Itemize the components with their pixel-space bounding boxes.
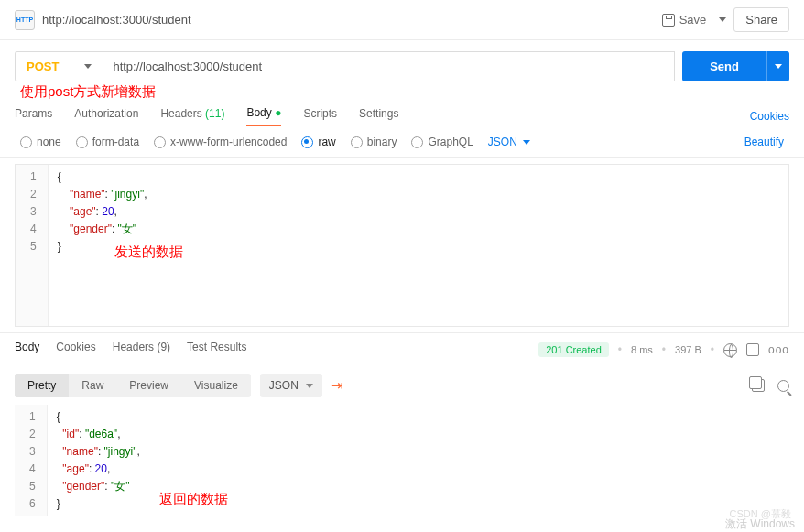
radio-formdata[interactable]: form-data <box>76 136 139 148</box>
response-body-editor[interactable]: 123456 { "id": "de6a", "name": "jingyi",… <box>15 405 789 516</box>
tab-authorization[interactable]: Authorization <box>74 107 138 125</box>
resp-tab-headers[interactable]: Headers (9) <box>113 341 170 359</box>
share-button[interactable]: Share <box>733 7 789 32</box>
view-pretty[interactable]: Pretty <box>15 374 69 397</box>
view-visualize[interactable]: Visualize <box>181 374 251 397</box>
tab-params[interactable]: Params <box>15 107 52 125</box>
radio-binary[interactable]: binary <box>351 136 397 148</box>
globe-icon[interactable] <box>723 343 737 357</box>
resp-tab-cookies[interactable]: Cookies <box>56 341 95 359</box>
time-meta: 8 ms <box>631 344 653 355</box>
search-icon[interactable] <box>777 380 789 392</box>
response-format-selector[interactable]: JSON <box>260 374 322 397</box>
save-button[interactable]: Save <box>657 9 712 30</box>
view-raw[interactable]: Raw <box>69 374 116 397</box>
body-options: none form-data x-www-form-urlencoded raw… <box>0 126 804 158</box>
annotation-request: 发送的数据 <box>114 244 183 261</box>
radio-xwww[interactable]: x-www-form-urlencoded <box>154 136 287 148</box>
size-meta: 397 B <box>675 344 701 355</box>
save-response-icon[interactable] <box>746 343 759 356</box>
top-bar: HTTP http://localhost:3000/student Save … <box>0 0 804 40</box>
response-tabs: Body Cookies Headers (9) Test Results 20… <box>0 332 804 366</box>
radio-raw[interactable]: raw <box>301 136 335 148</box>
url-input[interactable] <box>103 51 675 81</box>
floppy-icon <box>662 14 675 27</box>
request-row: POST Send <box>0 40 804 87</box>
method-selector[interactable]: POST <box>15 51 103 81</box>
chevron-down-icon <box>84 64 92 69</box>
body-format-selector[interactable]: JSON <box>488 136 530 148</box>
send-button[interactable]: Send <box>682 51 766 81</box>
wrap-icon[interactable]: ⇥ <box>331 377 343 394</box>
tab-scripts[interactable]: Scripts <box>303 107 337 125</box>
windows-watermark: 激活 Windows <box>725 517 795 530</box>
more-icon[interactable]: ooo <box>768 343 789 356</box>
http-icon: HTTP <box>15 10 35 30</box>
radio-none[interactable]: none <box>20 136 61 148</box>
send-dropdown[interactable] <box>766 51 789 81</box>
resp-tab-body[interactable]: Body <box>15 341 39 359</box>
tab-headers[interactable]: Headers (11) <box>160 107 224 125</box>
save-dropdown-chevron-icon[interactable] <box>719 17 726 22</box>
annotation-top: 使用post方式新增数据 <box>0 83 804 101</box>
annotation-response: 返回的数据 <box>159 491 228 508</box>
cookies-link[interactable]: Cookies <box>750 110 789 123</box>
status-badge: 201 Created <box>538 342 609 357</box>
radio-graphql[interactable]: GraphQL <box>411 136 473 148</box>
tab-settings[interactable]: Settings <box>359 107 398 125</box>
resp-tab-tests[interactable]: Test Results <box>187 341 246 359</box>
tab-body[interactable]: Body ● <box>246 106 281 126</box>
copy-icon[interactable] <box>752 379 765 392</box>
tab-url: http://localhost:3000/student <box>42 13 649 27</box>
view-preview[interactable]: Preview <box>116 374 181 397</box>
beautify-link[interactable]: Beautify <box>744 136 784 148</box>
line-gutter: 123456 <box>15 405 48 516</box>
response-toolbar: Pretty Raw Preview Visualize JSON ⇥ <box>0 366 804 405</box>
request-tabs: Params Authorization Headers (11) Body ●… <box>0 101 804 126</box>
request-body-editor[interactable]: 12345 { "name": "jingyi", "age": 20, "ge… <box>15 164 789 327</box>
line-gutter: 12345 <box>16 165 49 326</box>
